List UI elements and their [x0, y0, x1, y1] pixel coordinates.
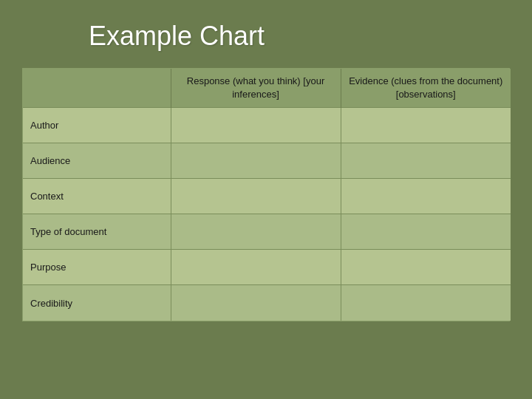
row-evidence: [341, 179, 511, 214]
row-response: [171, 214, 341, 250]
row-evidence: [341, 143, 511, 179]
table-header-row: Response (what you think) [your inferenc…: [23, 69, 511, 108]
row-evidence: [341, 250, 511, 285]
row-response: [171, 250, 341, 285]
row-response: [171, 179, 341, 214]
row-label: Purpose: [23, 250, 171, 285]
row-response: [171, 108, 341, 143]
header-response-cell: Response (what you think) [your inferenc…: [171, 69, 341, 108]
row-response: [171, 143, 341, 179]
row-evidence: [341, 285, 511, 321]
row-label: Author: [23, 108, 171, 143]
row-evidence: [341, 214, 511, 250]
table-row: Type of document: [23, 214, 511, 250]
row-label: Context: [23, 179, 171, 214]
row-evidence: [341, 108, 511, 143]
row-label: Type of document: [23, 214, 171, 250]
row-label: Audience: [23, 143, 171, 179]
table-row: Purpose: [23, 250, 511, 285]
header-label-cell: [23, 69, 171, 108]
row-response: [171, 285, 341, 321]
table-row: Credibility: [23, 285, 511, 321]
row-label: Credibility: [23, 285, 171, 321]
table-row: Author: [23, 108, 511, 143]
header-evidence-cell: Evidence (clues from the document) [obse…: [341, 69, 511, 108]
page-title: Example Chart: [89, 21, 265, 52]
table-row: Audience: [23, 143, 511, 179]
example-chart-table: Response (what you think) [your inferenc…: [22, 68, 510, 321]
table-row: Context: [23, 179, 511, 214]
